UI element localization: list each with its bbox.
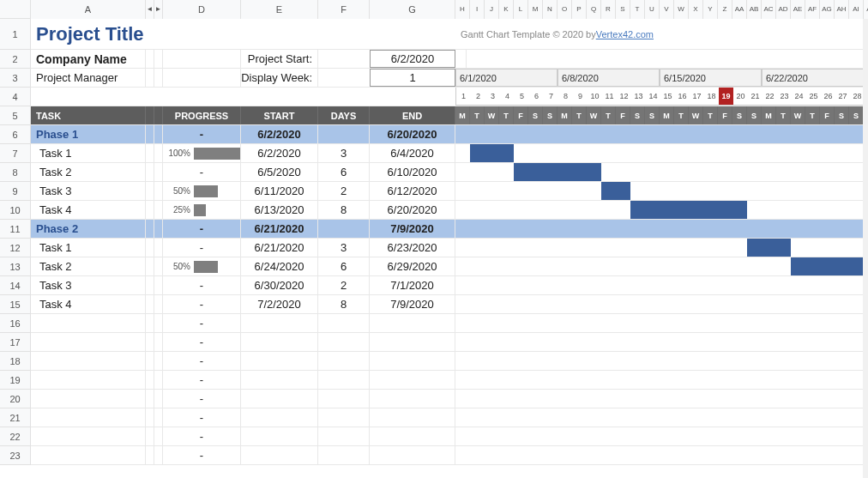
empty-task-0[interactable]: [31, 314, 146, 332]
row-header-12[interactable]: 12: [0, 239, 30, 257]
task-start-9[interactable]: 7/2/2020: [241, 295, 318, 313]
row-header-16[interactable]: 16: [0, 314, 30, 333]
task-days-0[interactable]: [318, 125, 370, 143]
task-progress-3[interactable]: 50%: [163, 182, 241, 200]
task-start-7[interactable]: 6/24/2020: [241, 257, 318, 275]
col-header-AG[interactable]: AG: [820, 0, 835, 19]
row-header-14[interactable]: 14: [0, 276, 30, 295]
task-start-1[interactable]: 6/2/2020: [241, 144, 318, 162]
col-header-AE[interactable]: AE: [791, 0, 805, 19]
row-header-13[interactable]: 13: [0, 257, 30, 276]
col-header-AI[interactable]: AI: [849, 0, 864, 19]
task-name-3[interactable]: Task 3: [31, 182, 146, 200]
task-progress-9[interactable]: -: [163, 295, 241, 313]
empty-start-7[interactable]: [241, 446, 318, 464]
empty-start-5[interactable]: [241, 408, 318, 427]
row-header-17[interactable]: 17: [0, 333, 30, 352]
empty-task-2[interactable]: [31, 352, 146, 370]
row-header-3[interactable]: 3: [0, 69, 30, 88]
empty-progress-4[interactable]: -: [163, 390, 241, 408]
empty-progress-5[interactable]: -: [163, 408, 241, 427]
empty-days-6[interactable]: [318, 427, 370, 445]
task-start-5[interactable]: 6/21/2020: [241, 220, 318, 238]
task-end-4[interactable]: 6/20/2020: [370, 201, 455, 219]
col-header-U[interactable]: U: [645, 0, 660, 19]
template-link[interactable]: Vertex42.com: [596, 29, 654, 39]
task-end-6[interactable]: 6/23/2020: [370, 239, 455, 257]
row-header-15[interactable]: 15: [0, 295, 30, 314]
row-header-2[interactable]: 2: [0, 50, 30, 69]
empty-progress-7[interactable]: -: [163, 446, 241, 464]
empty-start-0[interactable]: [241, 314, 318, 332]
task-start-0[interactable]: 6/2/2020: [241, 125, 318, 143]
task-progress-7[interactable]: 50%: [163, 257, 241, 275]
empty-task-3[interactable]: [31, 371, 146, 389]
empty-start-3[interactable]: [241, 371, 318, 389]
task-start-6[interactable]: 6/21/2020: [241, 239, 318, 257]
task-end-2[interactable]: 6/10/2020: [370, 163, 455, 181]
col-header-R[interactable]: R: [601, 0, 616, 19]
task-progress-1[interactable]: 100%: [163, 144, 241, 162]
task-end-8[interactable]: 7/1/2020: [370, 276, 455, 294]
col-header-J[interactable]: J: [485, 0, 499, 19]
task-days-4[interactable]: 8: [318, 201, 370, 219]
empty-progress-1[interactable]: -: [163, 333, 241, 351]
empty-days-0[interactable]: [318, 314, 370, 332]
col-header-S[interactable]: S: [616, 0, 630, 19]
empty-task-6[interactable]: [31, 427, 146, 445]
col-header-T[interactable]: T: [630, 0, 645, 19]
empty-days-7[interactable]: [318, 446, 370, 464]
col-header-AD[interactable]: AD: [776, 0, 791, 19]
row-header-1[interactable]: 1: [0, 19, 30, 50]
row-header-18[interactable]: 18: [0, 352, 30, 371]
row-header-5[interactable]: 5: [0, 106, 30, 125]
col-header-AA[interactable]: AA: [732, 0, 747, 19]
project-start-input[interactable]: 6/2/2020: [370, 50, 455, 68]
task-start-2[interactable]: 6/5/2020: [241, 163, 318, 181]
task-days-3[interactable]: 2: [318, 182, 370, 200]
empty-end-6[interactable]: [370, 427, 455, 445]
phase-name-5[interactable]: Phase 2: [31, 220, 146, 238]
task-progress-4[interactable]: 25%: [163, 201, 241, 219]
row-header-ruler[interactable]: 1234567891011121314151617181920212223: [0, 19, 31, 465]
task-days-8[interactable]: 2: [318, 276, 370, 294]
row-header-21[interactable]: 21: [0, 408, 30, 427]
phase-progress-0[interactable]: -: [163, 125, 241, 143]
task-name-4[interactable]: Task 4: [31, 201, 146, 219]
company-name-cell[interactable]: Company Name: [31, 50, 146, 68]
task-progress-6[interactable]: -: [163, 239, 241, 257]
col-header-AF[interactable]: AF: [805, 0, 820, 19]
row-header-19[interactable]: 19: [0, 371, 30, 390]
col-header-AB[interactable]: AB: [747, 0, 762, 19]
task-days-2[interactable]: 6: [318, 163, 370, 181]
collapse-group-left-icon[interactable]: ◄: [146, 0, 154, 19]
empty-start-2[interactable]: [241, 352, 318, 370]
empty-progress-2[interactable]: -: [163, 352, 241, 370]
display-week-input[interactable]: 1: [370, 69, 455, 87]
row-header-7[interactable]: 7: [0, 144, 30, 163]
col-header-P[interactable]: P: [572, 0, 587, 19]
empty-task-7[interactable]: [31, 446, 146, 464]
task-end-7[interactable]: 6/29/2020: [370, 257, 455, 275]
empty-end-4[interactable]: [370, 390, 455, 408]
col-header-K[interactable]: K: [499, 0, 514, 19]
col-header-O[interactable]: O: [558, 0, 572, 19]
empty-end-5[interactable]: [370, 408, 455, 427]
task-name-8[interactable]: Task 3: [31, 276, 146, 294]
task-end-3[interactable]: 6/12/2020: [370, 182, 455, 200]
empty-start-6[interactable]: [241, 427, 318, 445]
phase-name-0[interactable]: Phase 1: [31, 125, 146, 143]
empty-days-4[interactable]: [318, 390, 370, 408]
task-end-1[interactable]: 6/4/2020: [370, 144, 455, 162]
col-header-AC[interactable]: AC: [762, 0, 776, 19]
row-header-11[interactable]: 11: [0, 220, 30, 239]
col-header-V[interactable]: V: [660, 0, 674, 19]
empty-start-4[interactable]: [241, 390, 318, 408]
row-header-4[interactable]: 4: [0, 88, 30, 106]
task-name-6[interactable]: Task 1: [31, 239, 146, 257]
empty-end-0[interactable]: [370, 314, 455, 332]
row-header-22[interactable]: 22: [0, 427, 30, 446]
empty-days-3[interactable]: [318, 371, 370, 389]
empty-days-1[interactable]: [318, 333, 370, 351]
empty-progress-3[interactable]: -: [163, 371, 241, 389]
